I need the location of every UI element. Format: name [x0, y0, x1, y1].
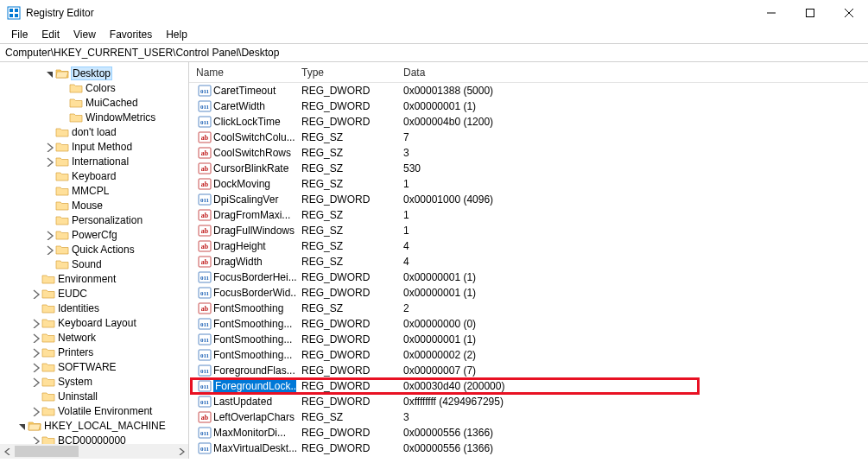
tree-item[interactable]: Quick Actions	[0, 242, 188, 257]
value-data: 3	[398, 411, 868, 423]
value-row[interactable]: CursorBlinkRateREG_SZ530	[189, 161, 868, 176]
value-row[interactable]: FocusBorderHei...REG_DWORD0x00000001 (1)	[189, 269, 868, 285]
chevron-right-icon[interactable]	[29, 332, 41, 344]
chevron-right-icon[interactable]	[43, 244, 55, 256]
tree-item[interactable]: WindowMetrics	[0, 110, 188, 124]
value-row[interactable]: FontSmoothingREG_SZ2	[189, 301, 868, 316]
tree-item[interactable]: Volatile Environment	[0, 403, 188, 418]
chevron-right-icon[interactable]	[29, 317, 41, 329]
value-row[interactable]: FocusBorderWid...REG_DWORD0x00000001 (1)	[189, 285, 868, 301]
chevron-right-icon[interactable]	[43, 229, 55, 241]
tree-item[interactable]: Keyboard	[0, 168, 188, 183]
chevron-right-icon[interactable]	[43, 141, 55, 153]
tree-item[interactable]: Identities	[0, 301, 188, 315]
value-row[interactable]: MaxMonitorDi...REG_DWORD0x00000556 (1366…	[189, 425, 868, 440]
value-row[interactable]: CaretTimeoutREG_DWORD0x00001388 (5000)	[189, 83, 868, 98]
chevron-right-icon[interactable]	[43, 155, 55, 168]
tree-item[interactable]: Personalization	[0, 212, 188, 227]
value-row[interactable]: DragHeightREG_SZ4	[189, 238, 868, 254]
value-row[interactable]: DragFullWindowsREG_SZ1	[189, 223, 868, 238]
value-row[interactable]: CoolSwitchColu...REG_SZ7	[189, 130, 868, 145]
tree-item[interactable]: Mouse	[0, 198, 188, 212]
tree-item[interactable]: SOFTWARE	[0, 359, 188, 374]
column-header-data[interactable]: Data	[398, 63, 868, 82]
tree-item[interactable]: PowerCfg	[0, 227, 188, 242]
chevron-right-icon[interactable]	[29, 376, 41, 388]
string-value-icon	[198, 130, 212, 144]
chevron-right-icon[interactable]	[29, 288, 41, 300]
tree-item[interactable]: Input Method	[0, 139, 188, 154]
minimize-button[interactable]	[751, 0, 790, 26]
value-data: 1	[398, 225, 868, 237]
folder-icon	[55, 126, 69, 138]
tree-item[interactable]: Sound	[0, 257, 188, 271]
chevron-down-icon[interactable]	[43, 67, 55, 79]
tree-pane[interactable]: DesktopColorsMuiCachedWindowMetricsdon't…	[0, 62, 189, 459]
value-row[interactable]: LeftOverlapCharsREG_SZ3	[189, 409, 868, 425]
tree-item[interactable]: Environment	[0, 271, 188, 286]
value-name: DragHeight	[213, 240, 266, 252]
tree-item[interactable]: EUDC	[0, 286, 188, 301]
value-type: REG_SZ	[296, 302, 398, 314]
menu-file[interactable]: File	[5, 27, 34, 42]
value-row[interactable]: DragWidthREG_SZ4	[189, 254, 868, 269]
folder-icon	[69, 97, 83, 109]
tree-item-label: Printers	[58, 346, 93, 358]
value-row[interactable]: FontSmoothing...REG_DWORD0x00000002 (2)	[189, 347, 868, 363]
value-row[interactable]: MaxVirtualDeskt...REG_DWORD0x00000556 (1…	[189, 440, 868, 456]
value-data: 0x000004b0 (1200)	[398, 116, 868, 128]
tree-item[interactable]: don't load	[0, 124, 188, 139]
tree-item[interactable]: International	[0, 154, 188, 168]
close-button[interactable]	[829, 0, 868, 26]
menu-view[interactable]: View	[67, 27, 102, 42]
value-name: CoolSwitchColu...	[213, 131, 295, 143]
value-type: REG_SZ	[296, 162, 398, 174]
chevron-right-icon[interactable]	[29, 405, 41, 417]
chevron-right-icon[interactable]	[29, 346, 41, 358]
horizontal-scrollbar[interactable]	[0, 444, 188, 459]
value-row[interactable]: CoolSwitchRowsREG_SZ3	[189, 145, 868, 161]
tree-item-label: Volatile Environment	[58, 405, 152, 417]
value-row[interactable]: ClickLockTimeREG_DWORD0x000004b0 (1200)	[189, 114, 868, 130]
chevron-right-icon[interactable]	[29, 361, 41, 373]
tree-item[interactable]: Network	[0, 330, 188, 345]
tree-item[interactable]: MMCPL	[0, 183, 188, 198]
value-row[interactable]: DockMovingREG_SZ1	[189, 176, 868, 192]
value-row[interactable]: FontSmoothing...REG_DWORD0x00000000 (0)	[189, 316, 868, 332]
column-header-type[interactable]: Type	[296, 63, 398, 82]
tree-item[interactable]: Keyboard Layout	[0, 315, 188, 330]
scroll-right-button[interactable]	[174, 444, 188, 459]
menu-help[interactable]: Help	[160, 27, 193, 42]
menu-favorites[interactable]: Favorites	[104, 27, 158, 42]
tree-item[interactable]: Colors	[0, 80, 188, 95]
tree-item[interactable]: Desktop	[0, 66, 188, 80]
value-row[interactable]: CaretWidthREG_DWORD0x00000001 (1)	[189, 98, 868, 114]
value-name: CaretTimeout	[213, 85, 276, 97]
chevron-down-icon[interactable]	[16, 420, 28, 432]
value-row[interactable]: DpiScalingVerREG_DWORD0x00001000 (4096)	[189, 192, 868, 207]
maximize-button[interactable]	[790, 0, 829, 26]
menu-edit[interactable]: Edit	[35, 27, 66, 42]
tree-item[interactable]: Printers	[0, 345, 188, 359]
value-row[interactable]: LastUpdatedREG_DWORD0xffffffff (42949672…	[189, 394, 868, 409]
value-row[interactable]: ForegroundLock...REG_DWORD0x00030d40 (20…	[189, 378, 868, 394]
tree-item[interactable]: HKEY_LOCAL_MACHINE	[0, 418, 188, 433]
column-header-name[interactable]: Name	[189, 63, 296, 82]
scroll-left-button[interactable]	[0, 444, 15, 459]
value-type: REG_DWORD	[296, 349, 398, 361]
list-pane[interactable]: Name Type Data CaretTimeoutREG_DWORD0x00…	[189, 62, 868, 459]
scroll-thumb[interactable]	[15, 446, 79, 457]
tree-item[interactable]: MuiCached	[0, 95, 188, 110]
address-bar[interactable]: Computer\HKEY_CURRENT_USER\Control Panel…	[0, 43, 868, 62]
tree-item-label: System	[58, 376, 92, 388]
tree-item[interactable]: Uninstall	[0, 389, 188, 403]
folder-icon	[55, 229, 69, 241]
tree-item[interactable]: System	[0, 374, 188, 389]
tree-item-label: Sound	[72, 258, 102, 270]
value-data: 7	[398, 131, 868, 143]
string-value-icon	[198, 239, 212, 253]
value-row[interactable]: DragFromMaxi...REG_SZ1	[189, 207, 868, 223]
value-row[interactable]: FontSmoothing...REG_DWORD0x00000001 (1)	[189, 332, 868, 347]
value-row[interactable]: ForegroundFlas...REG_DWORD0x00000007 (7)	[189, 363, 868, 378]
value-name: DpiScalingVer	[213, 193, 278, 206]
